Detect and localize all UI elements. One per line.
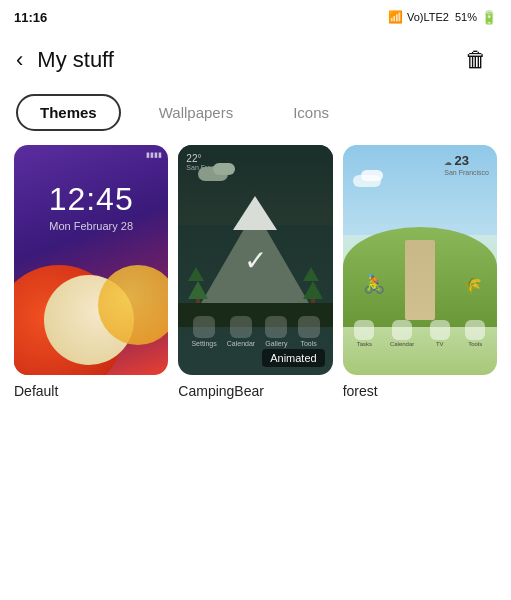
theme-item-campingbear[interactable]: 22° San Francisco (178, 145, 332, 399)
page-title: My stuff (37, 47, 114, 73)
theme-card-campingbear[interactable]: 22° San Francisco (178, 145, 332, 375)
camping-icon-calendar: Calendar (227, 316, 255, 347)
status-time: 11:16 (14, 10, 47, 25)
tab-icons[interactable]: Icons (271, 96, 351, 129)
tree-left (188, 273, 208, 307)
theme-label-campingbear: CampingBear (178, 383, 264, 399)
camping-mountain-snow (233, 196, 277, 230)
forest-cloud-2 (361, 170, 383, 181)
delete-button[interactable]: 🗑 (457, 43, 495, 77)
camping-icon-settings: Settings (191, 316, 216, 347)
camping-cloud-2 (213, 163, 235, 175)
camping-checkmark: ✓ (244, 244, 267, 277)
battery-level: 51% (455, 11, 477, 23)
tab-wallpapers[interactable]: Wallpapers (137, 96, 255, 129)
header: ‹ My stuff 🗑 (0, 32, 511, 88)
theme-item-forest[interactable]: ☁ 23 San Francisco 🚴 🌾 Tasks Cal (343, 145, 497, 399)
header-left: ‹ My stuff (8, 43, 114, 77)
forest-road (405, 240, 435, 320)
tree-right (303, 273, 323, 307)
camping-icon-tools: Tools (298, 316, 320, 347)
forest-icon-tv: TV (430, 320, 450, 347)
default-time: 12:45 (49, 181, 134, 218)
theme-label-forest: forest (343, 383, 378, 399)
forest-figure-2: 🌾 (462, 276, 482, 295)
theme-card-forest[interactable]: ☁ 23 San Francisco 🚴 🌾 Tasks Cal (343, 145, 497, 375)
forest-figure-1: 🚴 (363, 273, 385, 295)
default-orb-yellow (98, 265, 168, 345)
forest-icons-row: Tasks Calendar TV Tools (343, 320, 497, 347)
tab-bar: Themes Wallpapers Icons (0, 88, 511, 145)
camping-icons-row: Settings Calendar Gallery Tools (178, 316, 332, 347)
default-date: Mon February 28 (49, 220, 133, 232)
animated-badge: Animated (262, 349, 324, 367)
theme-card-default[interactable]: ▮▮▮▮ 12:45 Mon February 28 (14, 145, 168, 375)
battery-icon: 🔋 (481, 10, 497, 25)
forest-icon-tools: Tools (465, 320, 485, 347)
theme-item-default[interactable]: ▮▮▮▮ 12:45 Mon February 28 Default (14, 145, 168, 399)
camping-icon-gallery: Gallery (265, 316, 287, 347)
wifi-icon: 📶 (388, 10, 403, 24)
theme-grid: ▮▮▮▮ 12:45 Mon February 28 Default 22° S… (0, 145, 511, 399)
status-icons: 📶 Vo)LTE2 51% 🔋 (388, 10, 497, 25)
theme-label-default: Default (14, 383, 58, 399)
forest-icon-calendar: Calendar (390, 320, 414, 347)
back-button[interactable]: ‹ (8, 43, 31, 77)
tab-themes[interactable]: Themes (16, 94, 121, 131)
signal-strength: Vo)LTE2 (407, 11, 449, 23)
default-signal: ▮▮▮▮ (146, 151, 162, 159)
forest-weather: ☁ 23 San Francisco (444, 153, 489, 176)
status-bar: 11:16 📶 Vo)LTE2 51% 🔋 (0, 0, 511, 32)
forest-icon-tasks: Tasks (354, 320, 374, 347)
